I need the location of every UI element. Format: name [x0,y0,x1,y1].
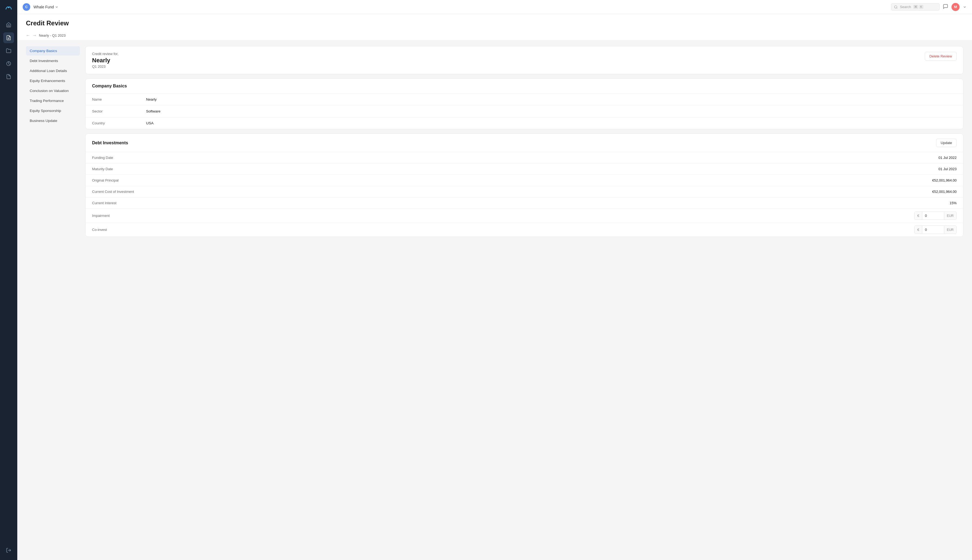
current-interest-row: Current Interest 15% [85,197,963,208]
main-content: Credit review for, Nearly Q1 2023 Delete… [85,46,964,555]
topnav-actions: M [943,3,967,11]
review-period: Q1 2023 [92,65,119,68]
current-cost-label: Current Cost of Investment [92,190,134,194]
company-name-row: Name Nearly [85,93,963,105]
impairment-prefix: € [915,212,922,220]
menu-item-equity-sponsorship[interactable]: Equity Sponsorship [26,106,80,115]
original-principal-value: €52,001,964.00 [932,178,957,182]
delete-review-button[interactable]: Delete Review [925,52,957,61]
current-interest-value: 15% [950,201,957,205]
impairment-input[interactable] [922,212,944,220]
org-badge: C [23,3,30,11]
company-sector-row: Sector Software [85,105,963,117]
sidebar-file-icon[interactable] [3,71,14,82]
sidebar-document-icon[interactable] [3,32,14,43]
review-company-name: Nearly [92,57,119,64]
breadcrumb-text: Nearly - Q1 2023 [39,33,65,37]
current-interest-label: Current Interest [92,201,116,205]
chevron-down-icon [55,5,59,9]
current-cost-value: €52,001,964.00 [932,190,957,194]
original-principal-label: Original Principal [92,178,119,182]
review-for-label: Credit review for, [92,52,119,56]
funding-date-value: 01 Jul 2022 [939,156,957,160]
svg-point-6 [895,5,897,8]
review-header-card: Credit review for, Nearly Q1 2023 Delete… [85,46,964,74]
co-invest-input[interactable] [922,226,944,233]
debt-investments-title: Debt Investments [92,140,128,145]
co-invest-prefix: € [915,226,922,233]
menu-item-debt-investments[interactable]: Debt Investments [26,56,80,65]
sidebar [0,0,17,560]
user-menu-chevron-icon[interactable] [963,5,967,9]
menu-item-additional-loan-details[interactable]: Additional Loan Details [26,66,80,75]
co-invest-label: Co-invest [92,228,107,232]
search-shortcut: ⌘ K [913,5,923,9]
menu-item-business-update[interactable]: Business Update [26,116,80,125]
impairment-label: Impairment [92,213,110,218]
maturity-date-label: Maturity Date [92,167,113,171]
sidebar-home-icon[interactable] [3,19,14,30]
current-cost-row: Current Cost of Investment €52,001,964.0… [85,186,963,197]
name-value: Nearly [146,97,157,102]
debt-investments-card: Debt Investments Update Funding Date 01 … [85,133,964,237]
review-info: Credit review for, Nearly Q1 2023 [92,52,119,68]
topnav: C Whale Fund Search ⌘ K M [17,0,972,14]
maturity-date-value: 01 Jul 2023 [939,167,957,171]
sidebar-logout-icon[interactable] [3,545,14,556]
impairment-suffix: EUR [944,212,956,220]
company-basics-title: Company Basics [92,83,127,88]
svg-line-7 [897,8,897,8]
debt-investments-header: Debt Investments Update [85,134,963,152]
search-box[interactable]: Search ⌘ K [891,3,940,10]
country-label: Country [92,121,146,125]
co-invest-row: Co-invest € EUR [85,223,963,237]
menu-item-equity-enhancements[interactable]: Equity Enhancements [26,76,80,85]
page-title: Credit Review [26,19,964,30]
breadcrumb: ← → Nearly - Q1 2023 [26,30,964,40]
company-basics-header: Company Basics [85,79,963,93]
original-principal-row: Original Principal €52,001,964.00 [85,175,963,186]
maturity-date-row: Maturity Date 01 Jul 2023 [85,163,963,175]
name-label: Name [92,97,146,102]
impairment-row: Impairment € EUR [85,208,963,223]
menu-item-trading-performance[interactable]: Trading Performance [26,96,80,105]
body-layout: Company Basics Debt Investments Addition… [17,41,972,560]
svg-point-1 [8,7,10,8]
content-area: Credit Review ← → Nearly - Q1 2023 Compa… [17,14,972,560]
update-button[interactable]: Update [936,138,957,147]
org-name[interactable]: Whale Fund [33,5,59,9]
content-header: Credit Review ← → Nearly - Q1 2023 [17,14,972,41]
co-invest-suffix: EUR [944,226,956,233]
main-container: C Whale Fund Search ⌘ K M Credit Review [17,0,972,560]
country-value: USA [146,121,154,125]
impairment-input-wrap: € EUR [914,212,957,220]
menu-item-company-basics[interactable]: Company Basics [26,46,80,55]
sidebar-folder-icon[interactable] [3,45,14,56]
sidebar-chart-icon[interactable] [3,58,14,69]
funding-date-label: Funding Date [92,156,113,160]
company-basics-card: Company Basics Name Nearly Sector Softwa… [85,78,964,129]
left-menu: Company Basics Debt Investments Addition… [26,46,80,555]
app-logo [4,3,13,13]
menu-item-conclusion-on-valuation[interactable]: Conclusion on Valuation [26,86,80,95]
sector-value: Software [146,109,161,113]
user-avatar[interactable]: M [952,3,960,11]
company-country-row: Country USA [85,117,963,129]
funding-date-row: Funding Date 01 Jul 2022 [85,152,963,163]
search-icon [894,5,898,9]
breadcrumb-forward-arrow[interactable]: → [32,33,37,38]
breadcrumb-back-arrow[interactable]: ← [26,33,30,38]
co-invest-input-wrap: € EUR [914,225,957,234]
sector-label: Sector [92,109,146,113]
comment-icon[interactable] [943,4,948,10]
